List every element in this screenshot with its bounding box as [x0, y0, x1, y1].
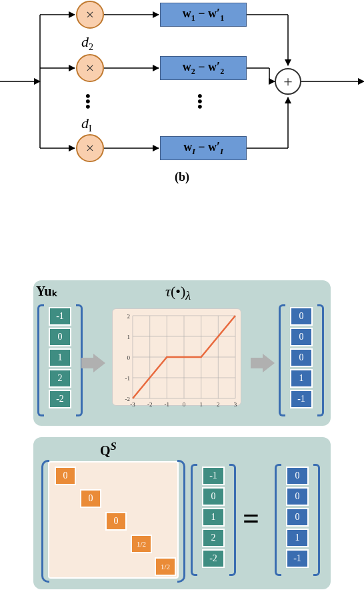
- vec-cell: 0: [202, 487, 225, 506]
- input-vector-bracket: -1 0 1 2 -2: [43, 307, 77, 414]
- vec-cell: -1: [286, 549, 309, 568]
- vec-cell: 1: [202, 508, 225, 527]
- vec-cell: 2: [49, 369, 71, 388]
- svg-text:-2: -2: [125, 396, 131, 402]
- multiply-node-2: ×: [76, 54, 104, 82]
- weight-label-1: w1 − w′1: [183, 7, 224, 23]
- weight-label-I: wI − w′I: [183, 140, 223, 157]
- vec-cell: 2: [202, 529, 225, 547]
- svg-text:-2: -2: [147, 401, 153, 406]
- multiply-icon: ×: [86, 139, 94, 157]
- vertical-dots-right: •••: [197, 93, 203, 109]
- tau-chart: 2 1 0 -1 -2 -3 -2 -1 0 1 2 3: [112, 308, 241, 406]
- diag-cell: 0: [55, 467, 76, 485]
- qvec-out-bracket: 0 0 0 1 -1: [280, 467, 315, 573]
- svg-text:0: 0: [183, 401, 186, 406]
- plus-icon: +: [283, 73, 293, 91]
- weight-label-2: w2 − w′2: [183, 60, 224, 77]
- vec-cell: 0: [290, 307, 313, 326]
- chart-svg: 2 1 0 -1 -2 -3 -2 -1 0 1 2 3: [113, 309, 242, 406]
- vec-cell: -1: [290, 390, 313, 408]
- q-matrix: 0 0 0 1/2 1/2: [48, 461, 179, 579]
- svg-text:-1: -1: [165, 401, 170, 406]
- output-vector-bracket: 0 0 0 1 -1: [284, 307, 319, 414]
- vec-cell: -1: [49, 307, 71, 326]
- vec-cell: 1: [290, 369, 313, 388]
- d-label-2: d2: [81, 33, 93, 53]
- vertical-dots-left: •••: [85, 93, 91, 109]
- svg-text:1: 1: [127, 334, 131, 340]
- tau-panel: Yuₖ τ(•)λ -1 0 1 2 -2: [33, 280, 331, 426]
- vec-cell: 0: [290, 348, 313, 367]
- vec-cell: 1: [286, 529, 309, 547]
- vec-cell: -1: [202, 467, 225, 485]
- weight-box-1: w1 − w′1: [160, 3, 247, 27]
- vec-cell: 0: [49, 328, 71, 346]
- caption-b: (b): [0, 170, 364, 184]
- vec-cell: 0: [290, 328, 313, 346]
- tau-label: τ(•)λ: [165, 283, 191, 303]
- svg-text:0: 0: [127, 354, 131, 361]
- diag-cell: 1/2: [131, 535, 152, 553]
- svg-text:2: 2: [217, 401, 220, 406]
- arrow-right-icon: [251, 354, 275, 372]
- diag-cell: 0: [80, 489, 101, 508]
- q-label: QS: [100, 440, 117, 459]
- svg-text:2: 2: [127, 313, 131, 320]
- vec-cell: 1: [49, 348, 71, 367]
- vec-cell: 0: [286, 508, 309, 527]
- svg-text:3: 3: [234, 401, 237, 406]
- sum-node: +: [275, 68, 301, 95]
- multiply-icon: ×: [86, 59, 94, 77]
- multiply-node-I: ×: [76, 134, 104, 162]
- svg-text:1: 1: [199, 401, 203, 406]
- vec-cell: 0: [286, 467, 309, 485]
- vec-cell: -2: [49, 390, 71, 408]
- d-label-I: dI: [81, 115, 92, 134]
- weight-box-2: w2 − w′2: [160, 56, 247, 80]
- svg-text:-3: -3: [130, 401, 135, 406]
- vec-cell: -2: [202, 549, 225, 568]
- diag-cell: 1/2: [155, 557, 176, 576]
- qvec-in-bracket: -1 0 1 2 -2: [196, 467, 231, 573]
- multiply-icon: ×: [86, 6, 94, 23]
- q-panel: QS 0 0 0 1/2 1/2 -1 0 1 2 -2 = 0: [33, 437, 331, 589]
- arrow-right-icon: [81, 354, 105, 372]
- vec-cell: 0: [286, 487, 309, 506]
- svg-text:-1: -1: [125, 375, 131, 382]
- diag-cell: 0: [105, 512, 127, 531]
- yu-label: Yuₖ: [36, 283, 58, 299]
- equals: =: [243, 501, 259, 535]
- weight-box-I: wI − w′I: [160, 136, 247, 160]
- multiply-node-1: ×: [76, 1, 104, 29]
